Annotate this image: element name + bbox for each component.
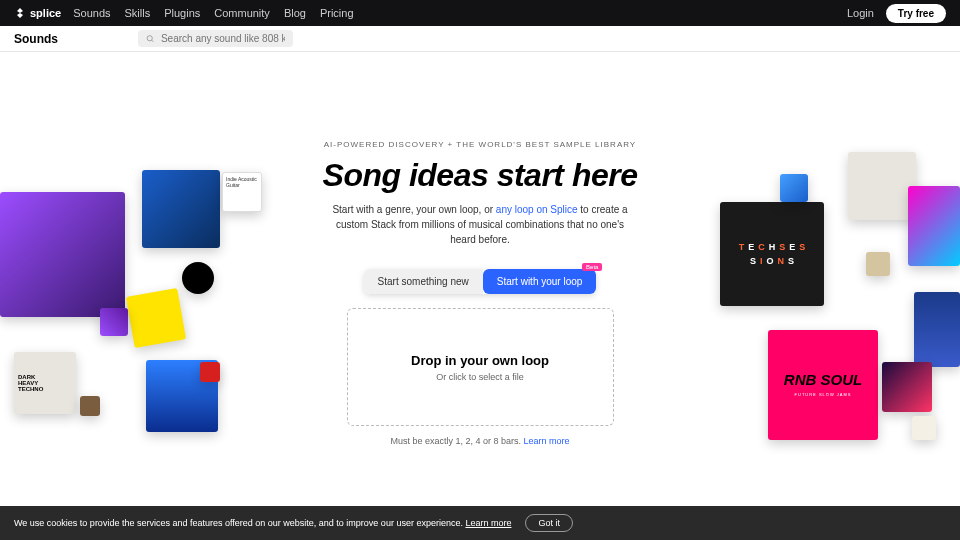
nav-community[interactable]: Community [214,7,270,19]
cookie-text: We use cookies to provide the services a… [14,518,465,528]
search-box[interactable] [138,30,293,47]
splice-logo-icon [14,7,26,19]
subnav-title: Sounds [14,32,58,46]
nav-skills[interactable]: Skills [125,7,151,19]
top-nav: splice Sounds Skills Plugins Community B… [0,0,960,26]
dropzone-sub: Or click to select a file [436,372,524,382]
nav-blog[interactable]: Blog [284,7,306,19]
subtext-pre: Start with a genre, your own loop, or [332,204,495,215]
beta-badge: Beta [582,263,602,271]
nav-plugins[interactable]: Plugins [164,7,200,19]
search-icon [146,34,155,44]
hero: AI-POWERED DISCOVERY + THE WORLD'S BEST … [0,52,960,446]
cookie-banner: We use cookies to provide the services a… [0,506,960,540]
nav-right: Login Try free [847,4,946,23]
start-loop-button[interactable]: Start with your loop [483,269,597,294]
start-new-button[interactable]: Start something new [364,269,483,294]
brand-logo[interactable]: splice [14,7,61,19]
headline: Song ideas start here [0,157,960,194]
svg-point-0 [147,35,152,40]
nav-links: Sounds Skills Plugins Community Blog Pri… [73,7,847,19]
dropzone[interactable]: Drop in your own loop Or click to select… [347,308,614,426]
subnav: Sounds [0,26,960,52]
nav-sounds[interactable]: Sounds [73,7,110,19]
eyebrow: AI-POWERED DISCOVERY + THE WORLD'S BEST … [0,140,960,149]
hint-link[interactable]: Learn more [524,436,570,446]
cookie-accept-button[interactable]: Got it [525,514,573,532]
cookie-text-wrap: We use cookies to provide the services a… [14,518,511,528]
subtext-link[interactable]: any loop on Splice [496,204,578,215]
subtext: Start with a genre, your own loop, or an… [325,202,635,247]
try-free-button[interactable]: Try free [886,4,946,23]
dropzone-title: Drop in your own loop [411,353,549,368]
cookie-learn-link[interactable]: Learn more [465,518,511,528]
search-input[interactable] [161,33,285,44]
dropzone-hint: Must be exactly 1, 2, 4 or 8 bars. Learn… [0,436,960,446]
svg-line-1 [152,40,154,42]
cta-buttons: Start something new Start with your loop… [364,269,597,294]
brand-name: splice [30,7,61,19]
login-link[interactable]: Login [847,7,874,19]
hint-text: Must be exactly 1, 2, 4 or 8 bars. [390,436,523,446]
nav-pricing[interactable]: Pricing [320,7,354,19]
